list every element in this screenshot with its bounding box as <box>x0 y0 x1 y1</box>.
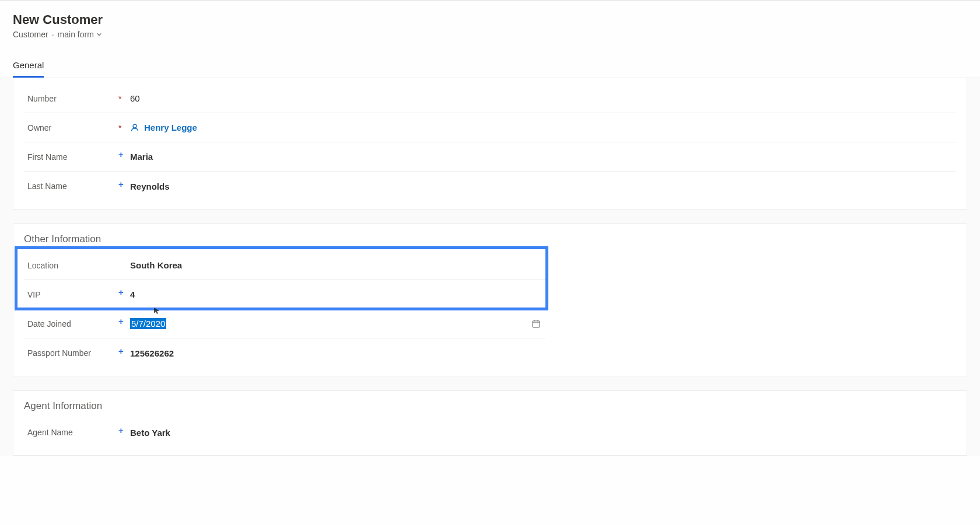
input-owner[interactable]: Henry Legge <box>130 116 956 139</box>
value-date-joined: 5/7/2020 <box>130 318 166 329</box>
field-vip: VIP + 4 <box>24 280 545 309</box>
input-passport-number[interactable]: 125626262 <box>130 341 545 365</box>
value-agent-name: Beto Yark <box>130 428 170 438</box>
breadcrumb-entity: Customer <box>13 30 48 39</box>
indicator-recommended: + <box>118 319 130 328</box>
field-first-name: First Name + Maria <box>24 142 956 172</box>
form-selector-label: main form <box>58 30 94 39</box>
indicator-recommended: + <box>118 349 130 358</box>
page-title: New Customer <box>13 12 967 27</box>
breadcrumb-separator: · <box>52 30 54 39</box>
label-passport-number: Passport Number <box>24 348 118 358</box>
indicator-required: * <box>118 95 130 103</box>
form-selector[interactable]: main form <box>58 30 102 39</box>
chevron-down-icon <box>96 32 102 37</box>
field-last-name: Last Name + Reynolds <box>24 172 956 201</box>
indicator-recommended: + <box>118 152 130 161</box>
input-number[interactable]: 60 <box>130 86 956 110</box>
input-vip[interactable]: 4 <box>130 282 545 306</box>
field-agent-name: Agent Name + Beto Yark <box>24 418 545 447</box>
field-number: Number * 60 <box>24 84 956 113</box>
label-first-name: First Name <box>24 152 118 162</box>
label-vip: VIP <box>24 290 118 299</box>
svg-point-0 <box>133 124 136 128</box>
person-icon <box>130 123 139 132</box>
indicator-recommended: + <box>118 290 130 299</box>
section-title-agent-information: Agent Information <box>13 391 967 418</box>
value-last-name: Reynolds <box>130 181 170 191</box>
label-number: Number <box>24 94 118 103</box>
input-last-name[interactable]: Reynolds <box>130 174 956 198</box>
label-agent-name: Agent Name <box>24 428 118 437</box>
calendar-icon[interactable] <box>531 319 541 329</box>
input-first-name[interactable]: Maria <box>130 145 956 169</box>
input-agent-name[interactable]: Beto Yark <box>130 421 545 445</box>
value-passport-number: 125626262 <box>130 348 174 358</box>
indicator-required: * <box>118 124 130 132</box>
value-vip: 4 <box>130 289 135 299</box>
value-number: 60 <box>130 93 140 103</box>
label-last-name: Last Name <box>24 181 118 191</box>
tab-bar: General <box>0 55 980 78</box>
value-first-name: Maria <box>130 152 153 162</box>
field-owner: Owner * Henry Legge <box>24 113 956 142</box>
tab-general[interactable]: General <box>13 55 44 78</box>
label-location: Location <box>24 261 118 270</box>
field-passport-number: Passport Number + 125626262 <box>24 338 545 368</box>
form-content: Number * 60 Owner * <box>0 78 980 456</box>
section-agent-information: Agent Information Agent Name + Beto Yark <box>13 390 967 456</box>
value-location: South Korea <box>130 260 182 270</box>
input-location[interactable]: South Korea <box>130 253 545 277</box>
label-owner: Owner <box>24 123 118 132</box>
page-header: New Customer Customer · main form <box>0 0 980 44</box>
section-other-information: Other Information Location South Korea V… <box>13 223 967 376</box>
input-date-joined[interactable]: 5/7/2020 <box>130 311 545 336</box>
indicator-recommended: + <box>118 428 130 437</box>
section-primary: Number * 60 Owner * <box>13 78 967 209</box>
section-title-other-information: Other Information <box>13 224 967 251</box>
field-location: Location South Korea <box>24 251 545 280</box>
value-owner: Henry Legge <box>144 123 197 132</box>
indicator-recommended: + <box>118 182 130 191</box>
svg-rect-1 <box>533 321 540 327</box>
field-date-joined: Date Joined + 5/7/2020 <box>24 309 545 338</box>
owner-lookup-link: Henry Legge <box>130 123 197 132</box>
breadcrumb: Customer · main form <box>13 30 967 39</box>
label-date-joined: Date Joined <box>24 319 118 329</box>
